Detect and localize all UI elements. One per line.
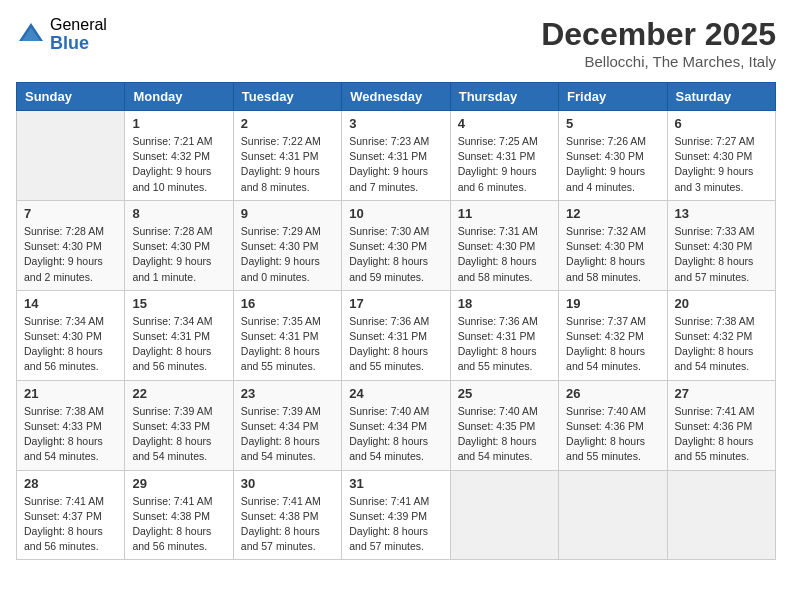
calendar-cell: 28Sunrise: 7:41 AMSunset: 4:37 PMDayligh… [17,470,125,560]
day-info: Sunrise: 7:41 AMSunset: 4:38 PMDaylight:… [241,494,334,555]
day-number: 13 [675,206,768,221]
logo-icon [16,20,46,50]
day-number: 12 [566,206,659,221]
day-info: Sunrise: 7:28 AMSunset: 4:30 PMDaylight:… [132,224,225,285]
logo: General Blue [16,16,107,53]
calendar-cell: 21Sunrise: 7:38 AMSunset: 4:33 PMDayligh… [17,380,125,470]
calendar-cell: 19Sunrise: 7:37 AMSunset: 4:32 PMDayligh… [559,290,667,380]
calendar-cell: 26Sunrise: 7:40 AMSunset: 4:36 PMDayligh… [559,380,667,470]
day-info: Sunrise: 7:41 AMSunset: 4:37 PMDaylight:… [24,494,117,555]
day-number: 24 [349,386,442,401]
calendar-cell: 25Sunrise: 7:40 AMSunset: 4:35 PMDayligh… [450,380,558,470]
day-info: Sunrise: 7:30 AMSunset: 4:30 PMDaylight:… [349,224,442,285]
calendar-header-row: SundayMondayTuesdayWednesdayThursdayFrid… [17,83,776,111]
calendar-cell: 30Sunrise: 7:41 AMSunset: 4:38 PMDayligh… [233,470,341,560]
day-number: 20 [675,296,768,311]
day-info: Sunrise: 7:41 AMSunset: 4:36 PMDaylight:… [675,404,768,465]
calendar-cell: 5Sunrise: 7:26 AMSunset: 4:30 PMDaylight… [559,111,667,201]
calendar-cell: 6Sunrise: 7:27 AMSunset: 4:30 PMDaylight… [667,111,775,201]
location: Bellocchi, The Marches, Italy [541,53,776,70]
day-number: 9 [241,206,334,221]
day-info: Sunrise: 7:27 AMSunset: 4:30 PMDaylight:… [675,134,768,195]
calendar-cell: 10Sunrise: 7:30 AMSunset: 4:30 PMDayligh… [342,200,450,290]
month-title: December 2025 [541,16,776,53]
calendar-cell: 31Sunrise: 7:41 AMSunset: 4:39 PMDayligh… [342,470,450,560]
day-info: Sunrise: 7:41 AMSunset: 4:38 PMDaylight:… [132,494,225,555]
day-info: Sunrise: 7:22 AMSunset: 4:31 PMDaylight:… [241,134,334,195]
day-number: 23 [241,386,334,401]
day-info: Sunrise: 7:41 AMSunset: 4:39 PMDaylight:… [349,494,442,555]
logo-text: General Blue [50,16,107,53]
day-number: 17 [349,296,442,311]
calendar-cell: 20Sunrise: 7:38 AMSunset: 4:32 PMDayligh… [667,290,775,380]
day-info: Sunrise: 7:39 AMSunset: 4:33 PMDaylight:… [132,404,225,465]
calendar-cell: 3Sunrise: 7:23 AMSunset: 4:31 PMDaylight… [342,111,450,201]
day-info: Sunrise: 7:35 AMSunset: 4:31 PMDaylight:… [241,314,334,375]
calendar-week-row: 7Sunrise: 7:28 AMSunset: 4:30 PMDaylight… [17,200,776,290]
day-number: 15 [132,296,225,311]
day-info: Sunrise: 7:23 AMSunset: 4:31 PMDaylight:… [349,134,442,195]
day-number: 27 [675,386,768,401]
day-number: 26 [566,386,659,401]
day-number: 21 [24,386,117,401]
day-info: Sunrise: 7:34 AMSunset: 4:30 PMDaylight:… [24,314,117,375]
calendar-cell: 11Sunrise: 7:31 AMSunset: 4:30 PMDayligh… [450,200,558,290]
calendar-cell [667,470,775,560]
day-number: 30 [241,476,334,491]
calendar-cell: 16Sunrise: 7:35 AMSunset: 4:31 PMDayligh… [233,290,341,380]
calendar-header-friday: Friday [559,83,667,111]
calendar-header-thursday: Thursday [450,83,558,111]
calendar-cell: 27Sunrise: 7:41 AMSunset: 4:36 PMDayligh… [667,380,775,470]
calendar-cell: 1Sunrise: 7:21 AMSunset: 4:32 PMDaylight… [125,111,233,201]
day-number: 6 [675,116,768,131]
day-number: 18 [458,296,551,311]
calendar-header-saturday: Saturday [667,83,775,111]
day-info: Sunrise: 7:31 AMSunset: 4:30 PMDaylight:… [458,224,551,285]
day-number: 8 [132,206,225,221]
calendar-cell: 18Sunrise: 7:36 AMSunset: 4:31 PMDayligh… [450,290,558,380]
day-info: Sunrise: 7:38 AMSunset: 4:33 PMDaylight:… [24,404,117,465]
day-number: 4 [458,116,551,131]
day-number: 29 [132,476,225,491]
day-info: Sunrise: 7:36 AMSunset: 4:31 PMDaylight:… [458,314,551,375]
day-info: Sunrise: 7:37 AMSunset: 4:32 PMDaylight:… [566,314,659,375]
day-number: 16 [241,296,334,311]
title-area: December 2025 Bellocchi, The Marches, It… [541,16,776,70]
day-info: Sunrise: 7:25 AMSunset: 4:31 PMDaylight:… [458,134,551,195]
calendar-cell [559,470,667,560]
calendar-cell: 22Sunrise: 7:39 AMSunset: 4:33 PMDayligh… [125,380,233,470]
day-info: Sunrise: 7:40 AMSunset: 4:34 PMDaylight:… [349,404,442,465]
day-info: Sunrise: 7:28 AMSunset: 4:30 PMDaylight:… [24,224,117,285]
day-number: 10 [349,206,442,221]
calendar-cell [17,111,125,201]
day-number: 11 [458,206,551,221]
day-info: Sunrise: 7:29 AMSunset: 4:30 PMDaylight:… [241,224,334,285]
calendar-cell: 17Sunrise: 7:36 AMSunset: 4:31 PMDayligh… [342,290,450,380]
day-info: Sunrise: 7:36 AMSunset: 4:31 PMDaylight:… [349,314,442,375]
calendar-week-row: 21Sunrise: 7:38 AMSunset: 4:33 PMDayligh… [17,380,776,470]
calendar-cell: 9Sunrise: 7:29 AMSunset: 4:30 PMDaylight… [233,200,341,290]
calendar-cell: 8Sunrise: 7:28 AMSunset: 4:30 PMDaylight… [125,200,233,290]
calendar-cell [450,470,558,560]
calendar-week-row: 1Sunrise: 7:21 AMSunset: 4:32 PMDaylight… [17,111,776,201]
page-header: General Blue December 2025 Bellocchi, Th… [16,16,776,70]
calendar-cell: 2Sunrise: 7:22 AMSunset: 4:31 PMDaylight… [233,111,341,201]
calendar: SundayMondayTuesdayWednesdayThursdayFrid… [16,82,776,560]
day-number: 28 [24,476,117,491]
logo-general: General [50,16,107,34]
calendar-cell: 29Sunrise: 7:41 AMSunset: 4:38 PMDayligh… [125,470,233,560]
calendar-cell: 12Sunrise: 7:32 AMSunset: 4:30 PMDayligh… [559,200,667,290]
calendar-header-wednesday: Wednesday [342,83,450,111]
day-number: 1 [132,116,225,131]
calendar-cell: 7Sunrise: 7:28 AMSunset: 4:30 PMDaylight… [17,200,125,290]
calendar-cell: 24Sunrise: 7:40 AMSunset: 4:34 PMDayligh… [342,380,450,470]
day-number: 7 [24,206,117,221]
logo-blue: Blue [50,34,107,54]
day-number: 5 [566,116,659,131]
day-number: 19 [566,296,659,311]
calendar-cell: 14Sunrise: 7:34 AMSunset: 4:30 PMDayligh… [17,290,125,380]
calendar-cell: 4Sunrise: 7:25 AMSunset: 4:31 PMDaylight… [450,111,558,201]
day-number: 3 [349,116,442,131]
day-info: Sunrise: 7:21 AMSunset: 4:32 PMDaylight:… [132,134,225,195]
day-number: 31 [349,476,442,491]
